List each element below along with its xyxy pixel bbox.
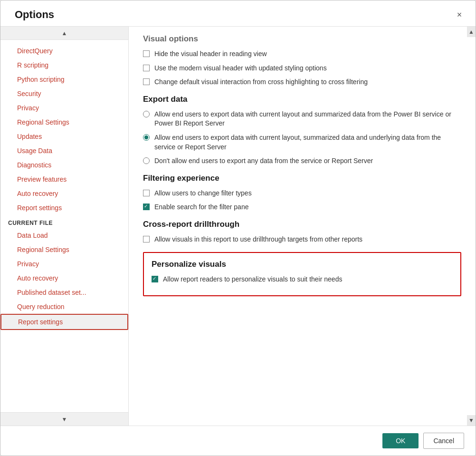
option-allow-personalize: Allow report readers to personalize visu… — [152, 275, 453, 284]
dialog-title: Options — [15, 9, 54, 21]
sidebar-item-auto-recovery[interactable]: Auto recovery — [0, 186, 128, 201]
filtering-experience-title: Filtering experience — [143, 174, 461, 183]
checkbox-change-interaction[interactable] — [143, 78, 150, 85]
label-change-interaction: Change default visual interaction from c… — [154, 78, 368, 87]
filtering-experience-section: Filtering experience Allow users to chan… — [143, 174, 461, 212]
sidebar-item-r-scripting[interactable]: R scripting — [0, 58, 128, 72]
visual-options-header: Visual options — [143, 34, 461, 44]
sidebar-item-updates[interactable]: Updates — [0, 129, 128, 144]
cross-report-items: Allow visuals in this report to use dril… — [143, 235, 461, 244]
export-data-section: Export data Allow end users to export da… — [143, 95, 461, 166]
title-bar: Options × — [0, 0, 476, 26]
checkbox-allow-drillthrough[interactable] — [143, 236, 150, 243]
personalize-visuals-title: Personalize visuals — [152, 260, 453, 269]
sidebar-item-security[interactable]: Security — [0, 87, 128, 101]
cancel-button[interactable]: Cancel — [423, 433, 464, 449]
sidebar-item-regional-settings-cf[interactable]: Regional Settings — [0, 243, 128, 257]
sidebar-item-data-load[interactable]: Data Load — [0, 228, 128, 243]
option-hide-visual-header: Hide the visual header in reading view — [143, 49, 461, 59]
sidebar-item-preview-features[interactable]: Preview features — [0, 172, 128, 186]
label-allow-drillthrough: Allow visuals in this report to use dril… — [154, 235, 362, 244]
sidebar-item-directquery[interactable]: DirectQuery — [0, 44, 128, 58]
sidebar-scroll-area: DirectQueryR scriptingPython scriptingSe… — [0, 40, 128, 412]
personalize-visuals-section: Personalize visuals Allow report readers… — [143, 252, 461, 297]
sidebar-item-diagnostics[interactable]: Diagnostics — [0, 158, 128, 172]
sidebar-scroll-up-button[interactable]: ▲ — [0, 27, 128, 40]
main-scroll-area: Visual options Hide the visual header in… — [129, 27, 476, 426]
current-file-header: CURRENT FILE — [0, 215, 128, 228]
sidebar-item-regional-settings[interactable]: Regional Settings — [0, 115, 128, 129]
option-allow-drillthrough: Allow visuals in this report to use dril… — [143, 235, 461, 244]
sidebar-item-report-settings-cf[interactable]: Report settings — [0, 314, 128, 330]
label-allow-filter-types: Allow users to change filter types — [154, 189, 252, 198]
sidebar-item-python-scripting[interactable]: Python scripting — [0, 72, 128, 87]
sidebar-item-auto-recovery-cf[interactable]: Auto recovery — [0, 271, 128, 285]
main-scroll-up-button[interactable]: ▲ — [467, 27, 476, 37]
sidebar-global-nav: DirectQueryR scriptingPython scriptingSe… — [0, 44, 128, 215]
label-export-current-summarized: Allow end users to export data with curr… — [154, 110, 461, 128]
checkbox-enable-search-filter[interactable] — [143, 204, 150, 210]
checkbox-modern-visual-header[interactable] — [143, 65, 150, 71]
radio-export-current-underlying[interactable] — [143, 134, 150, 141]
radio-export-dont-allow[interactable] — [143, 157, 150, 164]
sidebar: ▲ DirectQueryR scriptingPython scripting… — [0, 27, 129, 426]
ok-button[interactable]: OK — [382, 433, 419, 448]
dialog-body: ▲ DirectQueryR scriptingPython scripting… — [0, 26, 476, 426]
option-export-current-underlying: Allow end users to export data with curr… — [143, 133, 461, 152]
cross-report-section: Cross-report drillthrough Allow visuals … — [143, 220, 461, 244]
main-scroll-down-button[interactable]: ▼ — [467, 415, 476, 426]
label-hide-visual-header: Hide the visual header in reading view — [154, 49, 267, 59]
option-change-interaction: Change default visual interaction from c… — [143, 78, 461, 87]
checkbox-allow-personalize[interactable] — [152, 276, 158, 282]
export-data-title: Export data — [143, 95, 461, 104]
export-data-items: Allow end users to export data with curr… — [143, 110, 461, 166]
options-dialog: Options × ▲ DirectQueryR scriptingPython… — [0, 0, 476, 456]
main-content: Visual options Hide the visual header in… — [129, 27, 476, 426]
label-allow-personalize: Allow report readers to personalize visu… — [163, 275, 342, 284]
cross-report-title: Cross-report drillthrough — [143, 220, 461, 229]
sidebar-item-privacy[interactable]: Privacy — [0, 101, 128, 115]
sidebar-current-file-nav: Data LoadRegional SettingsPrivacyAuto re… — [0, 228, 128, 330]
visual-options-items: Hide the visual header in reading viewUs… — [143, 49, 461, 87]
label-modern-visual-header: Use the modern visual header with update… — [154, 64, 327, 73]
sidebar-item-query-reduction[interactable]: Query reduction — [0, 300, 128, 314]
visual-options-section: Visual options Hide the visual header in… — [143, 34, 461, 87]
close-button[interactable]: × — [453, 8, 466, 21]
sidebar-item-privacy-cf[interactable]: Privacy — [0, 257, 128, 271]
checkbox-hide-visual-header[interactable] — [143, 50, 150, 57]
footer: OK Cancel — [0, 426, 476, 456]
option-modern-visual-header: Use the modern visual header with update… — [143, 64, 461, 73]
label-enable-search-filter: Enable search for the filter pane — [154, 203, 248, 212]
sidebar-scroll-down-button[interactable]: ▼ — [0, 412, 128, 426]
option-allow-filter-types: Allow users to change filter types — [143, 189, 461, 198]
filtering-experience-items: Allow users to change filter typesEnable… — [143, 189, 461, 212]
option-export-current-summarized: Allow end users to export data with curr… — [143, 110, 461, 128]
sidebar-item-report-settings[interactable]: Report settings — [0, 201, 128, 215]
sidebar-item-published-dataset[interactable]: Published dataset set... — [0, 285, 128, 300]
personalize-visuals-items: Allow report readers to personalize visu… — [152, 275, 453, 284]
option-enable-search-filter: Enable search for the filter pane — [143, 203, 461, 212]
option-export-dont-allow: Don't allow end users to export any data… — [143, 156, 461, 166]
label-export-dont-allow: Don't allow end users to export any data… — [154, 156, 373, 166]
checkbox-allow-filter-types[interactable] — [143, 190, 150, 196]
sidebar-item-usage-data[interactable]: Usage Data — [0, 144, 128, 158]
label-export-current-underlying: Allow end users to export data with curr… — [154, 133, 461, 152]
radio-export-current-summarized[interactable] — [143, 111, 150, 117]
